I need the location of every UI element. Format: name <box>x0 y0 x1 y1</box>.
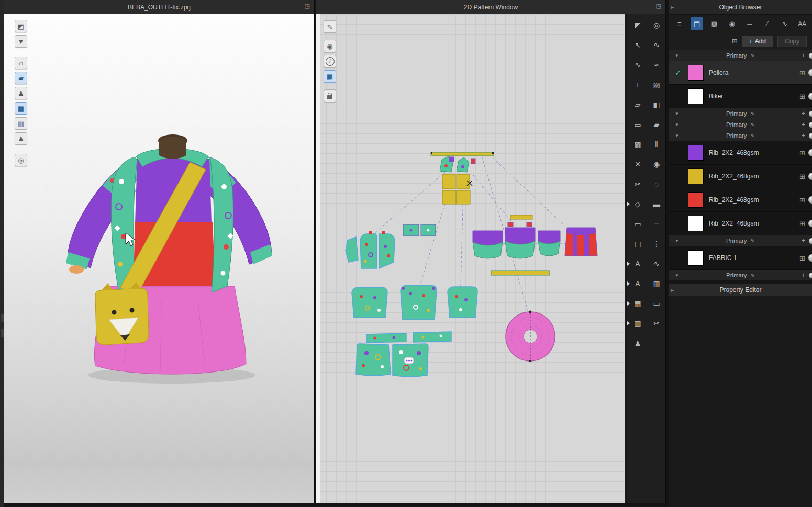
fabric-swatch[interactable] <box>688 192 704 208</box>
group-row[interactable]: ▼Primary✎+ <box>669 235 812 246</box>
expand-plus-icon[interactable]: ⊞ <box>799 149 805 157</box>
baste-button[interactable]: ╌ <box>650 217 663 231</box>
free-sew-button[interactable]: ≈ <box>650 58 663 72</box>
zoom-pan-button[interactable]: ◎ <box>650 18 663 32</box>
3d-window-titlebar[interactable]: BEBA_OUTFIT-fix.zprj ◳ <box>4 0 314 15</box>
expand-plus-icon[interactable]: ⊞ <box>799 254 805 262</box>
add-row-icon[interactable]: + <box>802 272 805 279</box>
expand-plus-icon[interactable]: ⊞ <box>799 69 805 77</box>
flatten-button[interactable]: ▰ <box>650 118 663 131</box>
group-row[interactable]: ▼Primary✎+ <box>669 108 812 119</box>
fabric-2d-button[interactable]: ▦ <box>324 70 336 83</box>
polygon-pen-button[interactable]: ◇ <box>631 197 644 211</box>
info-button[interactable]: i <box>324 55 336 67</box>
button-tab-button[interactable]: ◉ <box>726 17 739 30</box>
scissors-button[interactable]: ✂ <box>631 177 644 191</box>
add-row-icon[interactable]: + <box>802 121 805 128</box>
puckering-button[interactable]: ∿ <box>650 257 663 271</box>
edit-name-icon[interactable]: ✎ <box>751 238 755 244</box>
texture-tab-button[interactable]: ▩ <box>708 17 721 30</box>
pattern-vest-front-left-group[interactable] <box>346 231 395 268</box>
panel-collapse-icon[interactable]: ▸ <box>671 287 674 293</box>
dock-tab[interactable] <box>1 329 4 337</box>
pattern-scissors-button[interactable]: ✂ <box>650 317 663 330</box>
fabric-row[interactable]: Rib_2X2_468gsm⊞ <box>669 165 812 188</box>
pattern-yellow-squares[interactable] <box>442 174 470 204</box>
add-row-icon[interactable]: + <box>802 110 805 117</box>
fabric-swatch[interactable] <box>688 88 704 104</box>
needle-button[interactable]: ✎ <box>324 20 336 33</box>
3d-viewport[interactable]: ◩▼∩▰♟▦▥♟◎ <box>4 14 314 503</box>
fabric-swatch[interactable] <box>688 216 704 231</box>
texture-editor-button[interactable]: ▩ <box>631 138 644 151</box>
edit-name-icon[interactable]: ✎ <box>751 111 755 117</box>
fabric-swatch[interactable] <box>688 168 704 184</box>
fabric-row[interactable]: ✓Pollera⊞ <box>669 61 812 85</box>
trim-tab-button[interactable]: ─ <box>743 17 756 30</box>
text-button[interactable]: A <box>631 257 644 271</box>
pattern-pieces[interactable] <box>316 14 625 503</box>
pattern-pocket-pieces[interactable] <box>403 224 436 236</box>
edit-name-icon[interactable]: ✎ <box>751 273 755 278</box>
popout-icon[interactable]: ◳ <box>656 3 661 9</box>
fabric-swatch[interactable] <box>688 145 704 161</box>
collapse-arrow-icon[interactable]: ▼ <box>675 273 679 278</box>
add-row-icon[interactable]: + <box>802 132 805 139</box>
edit-name-icon[interactable]: ✎ <box>751 133 755 139</box>
collapse-arrow-icon[interactable]: ▼ <box>675 239 679 243</box>
expand-plus-icon[interactable]: ⊞ <box>799 220 805 228</box>
pattern-waistband-bar[interactable] <box>491 271 550 275</box>
list-view-button[interactable]: ≡ <box>673 17 686 30</box>
2d-viewport[interactable]: ✎◉i▦ <box>316 14 625 503</box>
folder-button[interactable]: ▱ <box>631 98 644 111</box>
annotation-button[interactable]: ▭ <box>650 297 663 310</box>
fabric-tab-button[interactable]: ▤ <box>691 17 704 30</box>
fabric-row[interactable]: Rib_2X2_468gsm⊞ <box>669 188 812 212</box>
stitch-tab-button[interactable]: ∿ <box>778 17 791 30</box>
aa-tab-button[interactable]: AA <box>796 17 809 30</box>
bag[interactable] <box>95 282 149 345</box>
transform-pattern-button[interactable]: ◤ <box>631 18 644 32</box>
edit-curvature-button[interactable]: ∿ <box>631 58 644 72</box>
lock-button[interactable] <box>324 89 336 102</box>
add-row-icon[interactable]: + <box>802 52 805 59</box>
topstitch-tab-button[interactable]: ∕ <box>761 17 774 30</box>
edit-name-icon[interactable]: ✎ <box>751 53 755 59</box>
pattern-skirt-panels-group[interactable] <box>356 332 451 377</box>
fabric-row[interactable]: FABRIC 1⊞ <box>669 246 812 270</box>
pattern-bodice-group[interactable] <box>352 285 477 320</box>
group-row[interactable]: ▼Primary✎+ <box>669 119 812 130</box>
group-row[interactable]: ▼Primary✎+ <box>669 270 812 281</box>
group-row[interactable]: ▼Primary✎+ <box>669 130 812 141</box>
dock-tab[interactable] <box>1 314 4 322</box>
popout-icon[interactable]: ◳ <box>305 3 310 9</box>
pattern-shade-button[interactable]: ▨ <box>650 78 663 92</box>
expand-plus-icon[interactable]: ⊞ <box>799 196 805 204</box>
copy-button[interactable]: Copy <box>777 36 807 47</box>
add-row-icon[interactable]: + <box>802 237 805 244</box>
measure-grid-button[interactable]: ▦ <box>650 277 663 290</box>
seam-tape-button[interactable]: ▬ <box>650 197 663 211</box>
pattern-circle-skirt[interactable] <box>506 310 555 364</box>
garment-render[interactable] <box>4 14 314 503</box>
fold-arrangement-button[interactable]: ◧ <box>650 98 663 111</box>
ruler-button[interactable]: ▤ <box>631 237 644 251</box>
expand-plus-icon[interactable]: ⊞ <box>799 173 805 181</box>
grid-layout-button[interactable]: ▦ <box>631 297 644 310</box>
pin-button[interactable]: ✕ <box>631 157 644 171</box>
panel-collapse-icon[interactable]: ▸ <box>671 4 674 10</box>
edit-pattern-button[interactable]: ↖ <box>631 38 644 52</box>
2d-window-titlebar[interactable]: 2D Pattern Window ◳ <box>316 0 665 15</box>
add-button[interactable]: + Add <box>742 36 773 47</box>
fabric-row[interactable]: Rib_2X2_468gsm⊞ <box>669 212 812 235</box>
add-fabric-icon[interactable]: ⊞ <box>732 37 738 45</box>
collapse-arrow-icon[interactable]: ▼ <box>675 53 679 58</box>
property-editor-header[interactable]: ▸ Property Editor <box>669 284 812 296</box>
avatar-tool-button[interactable]: ♟ <box>631 336 644 350</box>
pattern-skirt-yoke-group[interactable] <box>473 215 560 258</box>
pattern-ribbed-panel[interactable] <box>565 228 597 256</box>
fabric-swatch[interactable] <box>688 65 704 81</box>
expand-plus-icon[interactable]: ⊞ <box>799 93 805 100</box>
buttonhole-button[interactable]: ◌ <box>650 177 663 191</box>
edit-name-icon[interactable]: ✎ <box>751 122 755 128</box>
